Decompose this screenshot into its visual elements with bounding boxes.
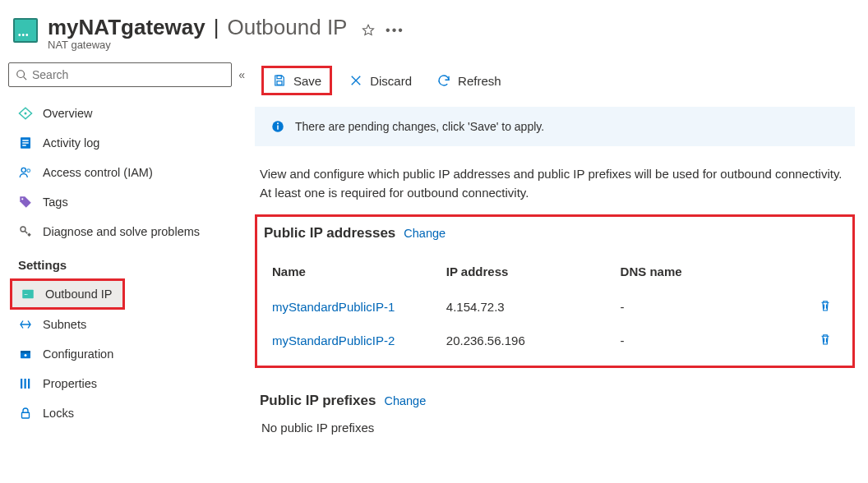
table-row: myStandardPublicIP-1 4.154.72.3 - bbox=[264, 290, 844, 324]
svg-rect-17 bbox=[21, 379, 22, 389]
nav-label: Activity log bbox=[43, 136, 99, 150]
nav-properties[interactable]: Properties bbox=[8, 369, 255, 398]
nat-gateway-icon bbox=[13, 18, 38, 43]
nav-tags[interactable]: Tags bbox=[8, 187, 255, 217]
nav-label: Locks bbox=[43, 407, 74, 420]
overview-icon bbox=[18, 106, 33, 121]
save-icon bbox=[272, 73, 287, 88]
save-label: Save bbox=[293, 74, 321, 88]
nav-label: Configuration bbox=[43, 347, 113, 361]
svg-rect-7 bbox=[22, 145, 26, 146]
trash-icon bbox=[818, 298, 833, 313]
svg-rect-21 bbox=[277, 76, 281, 79]
svg-point-3 bbox=[25, 113, 27, 115]
toolbar: Save Discard Refresh bbox=[255, 62, 855, 102]
change-prefix-link[interactable]: Change bbox=[384, 394, 426, 407]
svg-point-9 bbox=[27, 169, 30, 172]
public-ip-section-highlight: Public IP addresses Change Name IP addre… bbox=[255, 214, 855, 368]
iam-icon bbox=[18, 165, 33, 180]
properties-icon bbox=[18, 376, 33, 391]
locks-icon bbox=[18, 406, 33, 421]
no-prefix-text: No public IP prefixes bbox=[260, 409, 850, 435]
dns-name: - bbox=[612, 290, 787, 324]
page-header: myNATgateway | Outbound IP ••• NAT gatew… bbox=[0, 0, 868, 54]
more-actions-icon[interactable]: ••• bbox=[386, 22, 403, 39]
svg-rect-5 bbox=[22, 140, 29, 141]
discard-button[interactable]: Discard bbox=[340, 68, 420, 93]
svg-point-11 bbox=[21, 227, 25, 232]
search-icon bbox=[16, 69, 27, 80]
dns-name: - bbox=[612, 324, 787, 357]
nav-configuration[interactable]: Configuration bbox=[8, 339, 255, 369]
nav-label: Subnets bbox=[43, 318, 86, 331]
svg-point-10 bbox=[21, 198, 23, 200]
public-ip-table: Name IP address DNS name myStandardPubli… bbox=[264, 256, 844, 357]
outbound-ip-icon: ••• bbox=[21, 287, 35, 301]
svg-rect-24 bbox=[277, 126, 279, 130]
table-row: myStandardPublicIP-2 20.236.56.196 - bbox=[264, 324, 844, 357]
ip-name-link[interactable]: myStandardPublicIP-2 bbox=[272, 334, 395, 347]
delete-row-button[interactable] bbox=[818, 301, 833, 315]
prefix-title: Public IP prefixes bbox=[260, 393, 376, 409]
refresh-label: Refresh bbox=[458, 74, 501, 88]
nav-label: Access control (IAM) bbox=[43, 166, 153, 179]
ip-address: 4.154.72.3 bbox=[438, 290, 612, 324]
nav-outbound-ip[interactable]: ••• Outbound IP bbox=[12, 281, 122, 307]
tags-icon bbox=[18, 195, 33, 209]
search-input[interactable] bbox=[32, 68, 224, 81]
resource-type: NAT gateway bbox=[48, 39, 403, 51]
ip-name-link[interactable]: myStandardPublicIP-1 bbox=[272, 300, 395, 314]
nav-label: Tags bbox=[43, 196, 68, 209]
nav-diagnose[interactable]: Diagnose and solve problems bbox=[8, 217, 255, 246]
sidebar-search[interactable] bbox=[8, 62, 232, 87]
ip-address: 20.236.56.196 bbox=[438, 324, 612, 357]
col-name: Name bbox=[264, 256, 438, 290]
svg-point-25 bbox=[277, 122, 279, 124]
svg-rect-6 bbox=[22, 142, 29, 144]
svg-rect-19 bbox=[28, 379, 30, 389]
page-title: Outbound IP bbox=[227, 15, 347, 40]
refresh-button[interactable]: Refresh bbox=[428, 68, 510, 93]
nav-label: Overview bbox=[43, 107, 92, 120]
activity-log-icon bbox=[18, 136, 33, 150]
nav-label: Diagnose and solve problems bbox=[43, 225, 200, 238]
pending-changes-info: There are pending changes, click 'Save' … bbox=[255, 107, 855, 146]
change-public-ip-link[interactable]: Change bbox=[404, 227, 446, 240]
svg-point-16 bbox=[25, 354, 27, 356]
settings-heading: Settings bbox=[8, 246, 255, 278]
col-ip: IP address bbox=[438, 256, 612, 290]
subnets-icon bbox=[18, 317, 33, 332]
nav-label: Outbound IP bbox=[45, 288, 112, 301]
resource-name: myNATgateway bbox=[48, 15, 205, 40]
nav-overview[interactable]: Overview bbox=[8, 99, 255, 128]
nav-label: Properties bbox=[43, 377, 97, 390]
svg-rect-18 bbox=[25, 379, 26, 389]
diagnose-icon bbox=[18, 224, 33, 239]
description-text: View and configure which public IP addre… bbox=[255, 146, 855, 211]
svg-point-8 bbox=[21, 168, 25, 172]
public-ip-title: Public IP addresses bbox=[264, 225, 395, 242]
svg-point-0 bbox=[17, 71, 25, 78]
collapse-sidebar-icon[interactable]: « bbox=[238, 68, 245, 81]
svg-rect-20 bbox=[22, 412, 30, 418]
nav-subnets[interactable]: Subnets bbox=[8, 310, 255, 339]
main-content: Save Discard Refresh There are pending c… bbox=[255, 54, 868, 483]
highlight-outbound-ip: ••• Outbound IP bbox=[10, 278, 125, 310]
nav-access-control[interactable]: Access control (IAM) bbox=[8, 158, 255, 187]
delete-row-button[interactable] bbox=[818, 335, 833, 349]
svg-line-1 bbox=[24, 77, 27, 80]
configuration-icon bbox=[18, 347, 33, 361]
nav-activity-log[interactable]: Activity log bbox=[8, 128, 255, 158]
discard-icon bbox=[349, 73, 363, 88]
favorite-star-icon[interactable] bbox=[360, 22, 376, 39]
svg-rect-22 bbox=[277, 81, 282, 85]
save-button[interactable]: Save bbox=[261, 66, 332, 95]
trash-icon bbox=[818, 332, 833, 347]
col-dns: DNS name bbox=[612, 256, 787, 290]
nav-locks[interactable]: Locks bbox=[8, 398, 255, 428]
svg-text:•••: ••• bbox=[25, 293, 29, 297]
discard-label: Discard bbox=[370, 74, 412, 88]
sidebar: « Overview Activity log Access control (… bbox=[0, 54, 255, 483]
refresh-icon bbox=[436, 73, 451, 88]
info-text: There are pending changes, click 'Save' … bbox=[295, 120, 544, 133]
